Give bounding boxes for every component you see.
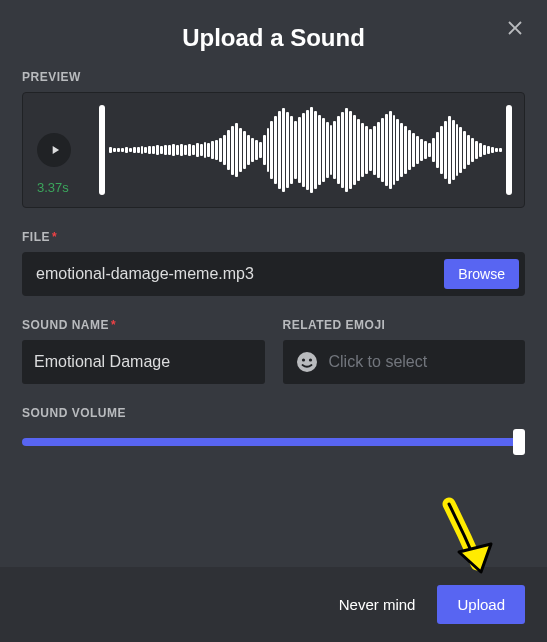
duration-text: 3.37s [37, 180, 69, 195]
modal-title: Upload a Sound [182, 24, 365, 52]
slider-thumb[interactable] [513, 429, 525, 455]
svg-point-0 [297, 352, 317, 372]
sound-name-section: SOUND NAME* [22, 318, 265, 384]
audio-preview: 3.37s [22, 92, 525, 208]
play-button[interactable] [37, 133, 71, 167]
file-row: emotional-damage-meme.mp3 Browse [22, 252, 525, 296]
preview-label: PREVIEW [22, 70, 525, 84]
volume-slider[interactable] [22, 430, 525, 454]
sound-name-input[interactable] [22, 340, 265, 384]
cancel-button[interactable]: Never mind [339, 596, 416, 613]
related-emoji-section: RELATED EMOJI Click to select [283, 318, 526, 384]
play-icon [48, 143, 62, 157]
file-label: FILE* [22, 230, 525, 244]
waveform-bars [105, 101, 506, 199]
required-marker: * [111, 318, 116, 332]
file-name: emotional-damage-meme.mp3 [36, 265, 444, 283]
volume-section: SOUND VOLUME [22, 406, 525, 454]
upload-button[interactable]: Upload [437, 585, 525, 624]
sound-name-label: SOUND NAME* [22, 318, 265, 332]
close-icon [505, 18, 525, 38]
modal-body: PREVIEW 3.37s FILE* emotional-damage-mem… [0, 70, 547, 567]
emoji-icon [295, 350, 319, 374]
trim-end-handle[interactable] [506, 105, 512, 195]
browse-button[interactable]: Browse [444, 259, 519, 289]
modal-header: Upload a Sound [0, 0, 547, 70]
close-button[interactable] [505, 18, 529, 42]
required-marker: * [52, 230, 57, 244]
related-emoji-label: RELATED EMOJI [283, 318, 526, 332]
volume-label: SOUND VOLUME [22, 406, 525, 420]
slider-track [22, 438, 525, 446]
emoji-select[interactable]: Click to select [283, 340, 526, 384]
file-section: FILE* emotional-damage-meme.mp3 Browse [22, 230, 525, 296]
modal-footer: Never mind Upload [0, 567, 547, 642]
waveform[interactable] [99, 101, 512, 199]
svg-point-1 [301, 358, 304, 361]
svg-point-2 [308, 358, 311, 361]
emoji-placeholder: Click to select [329, 353, 428, 371]
upload-sound-modal: Upload a Sound PREVIEW 3.37s FILE* emoti… [0, 0, 547, 642]
